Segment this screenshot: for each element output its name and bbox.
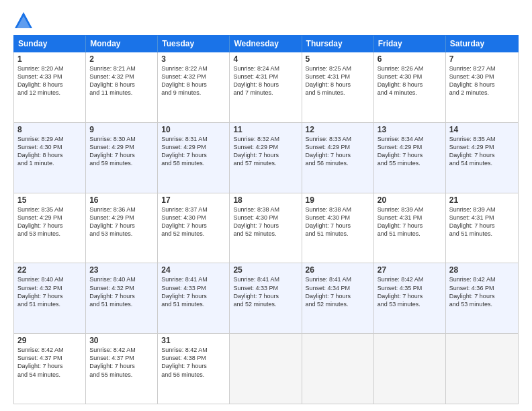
calendar-cell: 31Sunrise: 8:42 AMSunset: 4:38 PMDayligh… xyxy=(158,334,230,404)
day-number: 19 xyxy=(306,195,370,205)
cell-details: Sunrise: 8:42 AMSunset: 4:37 PMDaylight:… xyxy=(89,346,154,379)
calendar-cell: 29Sunrise: 8:42 AMSunset: 4:37 PMDayligh… xyxy=(14,334,86,404)
day-number: 27 xyxy=(378,265,442,275)
calendar-cell: 26Sunrise: 8:41 AMSunset: 4:34 PMDayligh… xyxy=(302,263,374,333)
day-number: 23 xyxy=(89,265,154,275)
calendar-cell: 30Sunrise: 8:42 AMSunset: 4:37 PMDayligh… xyxy=(86,334,158,404)
calendar-row: 8Sunrise: 8:29 AMSunset: 4:30 PMDaylight… xyxy=(14,123,518,193)
cell-details: Sunrise: 8:41 AMSunset: 4:34 PMDaylight:… xyxy=(306,275,370,308)
calendar-cell: 18Sunrise: 8:38 AMSunset: 4:30 PMDayligh… xyxy=(230,193,302,263)
page: SundayMondayTuesdayWednesdayThursdayFrid… xyxy=(0,0,532,411)
cell-details: Sunrise: 8:42 AMSunset: 4:36 PMDaylight:… xyxy=(449,275,515,308)
cell-details: Sunrise: 8:35 AMSunset: 4:29 PMDaylight:… xyxy=(17,205,82,238)
cell-details: Sunrise: 8:21 AMSunset: 4:32 PMDaylight:… xyxy=(89,64,154,97)
cell-details: Sunrise: 8:30 AMSunset: 4:29 PMDaylight:… xyxy=(89,135,154,168)
day-number: 21 xyxy=(449,195,515,205)
cell-details: Sunrise: 8:33 AMSunset: 4:29 PMDaylight:… xyxy=(306,135,370,168)
calendar-cell: 1Sunrise: 8:20 AMSunset: 4:33 PMDaylight… xyxy=(14,52,86,122)
calendar-cell: 2Sunrise: 8:21 AMSunset: 4:32 PMDaylight… xyxy=(86,52,158,122)
day-number: 18 xyxy=(233,195,298,205)
cell-details: Sunrise: 8:25 AMSunset: 4:31 PMDaylight:… xyxy=(306,64,370,97)
day-number: 14 xyxy=(449,125,515,134)
cell-details: Sunrise: 8:34 AMSunset: 4:29 PMDaylight:… xyxy=(378,135,442,168)
calendar-cell: 12Sunrise: 8:33 AMSunset: 4:29 PMDayligh… xyxy=(302,123,374,193)
cell-details: Sunrise: 8:42 AMSunset: 4:37 PMDaylight:… xyxy=(17,346,82,379)
calendar-cell: 19Sunrise: 8:38 AMSunset: 4:30 PMDayligh… xyxy=(302,193,374,263)
header-day-wednesday: Wednesday xyxy=(230,36,302,52)
calendar-cell: 23Sunrise: 8:40 AMSunset: 4:32 PMDayligh… xyxy=(86,263,158,333)
calendar-row: 22Sunrise: 8:40 AMSunset: 4:32 PMDayligh… xyxy=(14,263,518,334)
calendar-cell: 8Sunrise: 8:29 AMSunset: 4:30 PMDaylight… xyxy=(14,123,86,193)
calendar-header: SundayMondayTuesdayWednesdayThursdayFrid… xyxy=(13,35,519,52)
calendar-body: 1Sunrise: 8:20 AMSunset: 4:33 PMDaylight… xyxy=(13,52,519,404)
cell-details: Sunrise: 8:42 AMSunset: 4:35 PMDaylight:… xyxy=(378,275,442,308)
calendar-cell: 17Sunrise: 8:37 AMSunset: 4:30 PMDayligh… xyxy=(158,193,230,263)
day-number: 26 xyxy=(306,265,370,275)
day-number: 24 xyxy=(161,265,226,275)
empty-cell xyxy=(446,334,518,404)
cell-details: Sunrise: 8:40 AMSunset: 4:32 PMDaylight:… xyxy=(89,275,154,308)
header-day-thursday: Thursday xyxy=(302,36,374,52)
header-day-friday: Friday xyxy=(374,36,446,52)
calendar-cell: 15Sunrise: 8:35 AMSunset: 4:29 PMDayligh… xyxy=(14,193,86,263)
day-number: 28 xyxy=(449,265,515,275)
cell-details: Sunrise: 8:41 AMSunset: 4:33 PMDaylight:… xyxy=(161,275,226,308)
day-number: 30 xyxy=(89,336,154,345)
day-number: 8 xyxy=(17,125,82,134)
calendar-cell: 14Sunrise: 8:35 AMSunset: 4:29 PMDayligh… xyxy=(446,123,518,193)
day-number: 2 xyxy=(89,54,154,64)
day-number: 12 xyxy=(306,125,370,134)
day-number: 25 xyxy=(233,265,298,275)
calendar-row: 1Sunrise: 8:20 AMSunset: 4:33 PMDaylight… xyxy=(14,52,518,123)
header xyxy=(13,11,519,31)
cell-details: Sunrise: 8:31 AMSunset: 4:29 PMDaylight:… xyxy=(161,135,226,168)
calendar-cell: 28Sunrise: 8:42 AMSunset: 4:36 PMDayligh… xyxy=(446,263,518,333)
day-number: 15 xyxy=(17,195,82,205)
header-day-sunday: Sunday xyxy=(14,36,86,52)
cell-details: Sunrise: 8:38 AMSunset: 4:30 PMDaylight:… xyxy=(306,205,370,238)
calendar: SundayMondayTuesdayWednesdayThursdayFrid… xyxy=(13,35,519,404)
empty-cell xyxy=(230,334,302,404)
header-day-tuesday: Tuesday xyxy=(158,36,230,52)
day-number: 9 xyxy=(89,125,154,134)
cell-details: Sunrise: 8:24 AMSunset: 4:31 PMDaylight:… xyxy=(233,64,298,97)
cell-details: Sunrise: 8:35 AMSunset: 4:29 PMDaylight:… xyxy=(449,135,515,168)
day-number: 7 xyxy=(449,54,515,64)
day-number: 29 xyxy=(17,336,82,345)
calendar-cell: 13Sunrise: 8:34 AMSunset: 4:29 PMDayligh… xyxy=(374,123,446,193)
calendar-cell: 20Sunrise: 8:39 AMSunset: 4:31 PMDayligh… xyxy=(374,193,446,263)
calendar-row: 29Sunrise: 8:42 AMSunset: 4:37 PMDayligh… xyxy=(14,334,518,404)
calendar-cell: 6Sunrise: 8:26 AMSunset: 4:30 PMDaylight… xyxy=(374,52,446,122)
empty-cell xyxy=(374,334,446,404)
day-number: 4 xyxy=(233,54,298,64)
calendar-cell: 5Sunrise: 8:25 AMSunset: 4:31 PMDaylight… xyxy=(302,52,374,122)
cell-details: Sunrise: 8:37 AMSunset: 4:30 PMDaylight:… xyxy=(161,205,226,238)
cell-details: Sunrise: 8:39 AMSunset: 4:31 PMDaylight:… xyxy=(449,205,515,238)
cell-details: Sunrise: 8:40 AMSunset: 4:32 PMDaylight:… xyxy=(17,275,82,308)
cell-details: Sunrise: 8:41 AMSunset: 4:33 PMDaylight:… xyxy=(233,275,298,308)
calendar-cell: 27Sunrise: 8:42 AMSunset: 4:35 PMDayligh… xyxy=(374,263,446,333)
cell-details: Sunrise: 8:32 AMSunset: 4:29 PMDaylight:… xyxy=(233,135,298,168)
cell-details: Sunrise: 8:26 AMSunset: 4:30 PMDaylight:… xyxy=(378,64,442,97)
logo xyxy=(13,11,36,31)
cell-details: Sunrise: 8:27 AMSunset: 4:30 PMDaylight:… xyxy=(449,64,515,97)
calendar-cell: 7Sunrise: 8:27 AMSunset: 4:30 PMDaylight… xyxy=(446,52,518,122)
calendar-cell: 10Sunrise: 8:31 AMSunset: 4:29 PMDayligh… xyxy=(158,123,230,193)
logo-icon xyxy=(13,11,34,31)
day-number: 11 xyxy=(233,125,298,134)
header-day-saturday: Saturday xyxy=(446,36,518,52)
calendar-row: 15Sunrise: 8:35 AMSunset: 4:29 PMDayligh… xyxy=(14,193,518,264)
cell-details: Sunrise: 8:22 AMSunset: 4:32 PMDaylight:… xyxy=(161,64,226,97)
day-number: 17 xyxy=(161,195,226,205)
calendar-cell: 25Sunrise: 8:41 AMSunset: 4:33 PMDayligh… xyxy=(230,263,302,333)
day-number: 16 xyxy=(89,195,154,205)
calendar-cell: 16Sunrise: 8:36 AMSunset: 4:29 PMDayligh… xyxy=(86,193,158,263)
cell-details: Sunrise: 8:36 AMSunset: 4:29 PMDaylight:… xyxy=(89,205,154,238)
calendar-cell: 3Sunrise: 8:22 AMSunset: 4:32 PMDaylight… xyxy=(158,52,230,122)
calendar-cell: 24Sunrise: 8:41 AMSunset: 4:33 PMDayligh… xyxy=(158,263,230,333)
day-number: 3 xyxy=(161,54,226,64)
calendar-cell: 4Sunrise: 8:24 AMSunset: 4:31 PMDaylight… xyxy=(230,52,302,122)
calendar-cell: 9Sunrise: 8:30 AMSunset: 4:29 PMDaylight… xyxy=(86,123,158,193)
day-number: 31 xyxy=(161,336,226,345)
calendar-cell: 21Sunrise: 8:39 AMSunset: 4:31 PMDayligh… xyxy=(446,193,518,263)
